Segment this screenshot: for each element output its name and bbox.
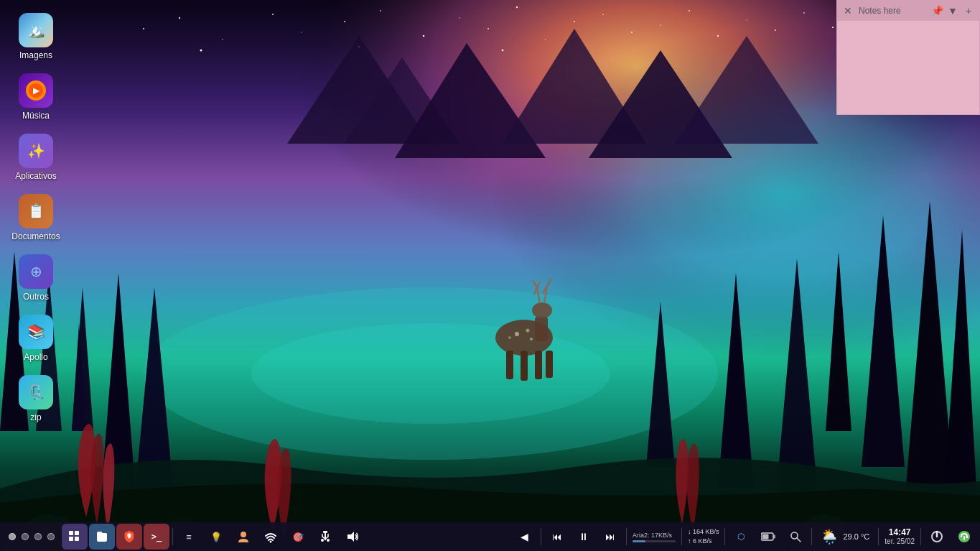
svg-point-5 (222, 39, 223, 40)
taskbar-sep-6 (811, 528, 812, 545)
icon-musica-label: Música (22, 111, 50, 121)
icon-apollo-label: Apollo (24, 352, 47, 362)
taskbar-sep-1 (172, 528, 173, 545)
svg-marker-31 (503, 29, 646, 144)
brave-button[interactable] (116, 524, 142, 550)
icon-aplicativos[interactable]: ✨ Aplicativos (4, 128, 68, 187)
svg-rect-40 (521, 351, 528, 381)
svg-point-45 (530, 338, 533, 341)
clock[interactable]: 14:47 ter. 25/02 (882, 527, 918, 546)
aria2-label: Aria2: 17KB/s (633, 531, 676, 541)
svg-point-17 (631, 32, 633, 33)
sticky-note-controls: 📌 ▼ + (930, 4, 975, 17)
svg-point-52 (270, 541, 272, 543)
svg-point-22 (775, 29, 776, 31)
usb-button[interactable] (312, 524, 338, 550)
music-prev-button[interactable]: ⏮ (544, 524, 570, 550)
taskbar: >_ ≡ 💡 🎯 (0, 522, 980, 551)
svg-point-27 (502, 50, 504, 52)
aria2-progress-bar (633, 540, 676, 542)
taskbar-sep-7 (878, 528, 879, 545)
svg-marker-29 (345, 57, 459, 144)
net-down: ↓ 164 KB/s (688, 527, 719, 537)
svg-point-24 (832, 27, 834, 28)
icon-apollo[interactable]: 📚 Apollo (4, 309, 68, 368)
svg-point-26 (358, 46, 360, 48)
taskbar-sep-4 (681, 528, 682, 545)
music-next-button[interactable]: ⏭ (597, 524, 623, 550)
svg-point-55 (321, 539, 324, 542)
icon-imagens-label: Imagens (19, 50, 52, 60)
user-button[interactable] (230, 524, 256, 550)
svg-rect-41 (535, 351, 542, 379)
svg-point-16 (602, 14, 604, 15)
bluetooth-button[interactable]: ⬡ (728, 524, 754, 550)
terminal-button[interactable]: >_ (144, 524, 169, 550)
icon-zip[interactable]: 🗜️ zip (4, 369, 68, 428)
svg-point-9 (380, 10, 381, 11)
files-button[interactable] (89, 524, 115, 550)
desktop-icons-container: 🏔️ Imagens ▶ Música ✨ Aplicativos 📋 Docu… (0, 7, 72, 430)
wifi-button[interactable] (258, 524, 284, 550)
notes-button[interactable]: ≡ (176, 524, 202, 550)
workspace-dot-4[interactable] (47, 533, 55, 540)
icon-imagens[interactable]: 🏔️ Imagens (4, 7, 68, 66)
icon-musica[interactable]: ▶ Música (4, 68, 68, 126)
battery-button[interactable] (755, 524, 781, 550)
icon-documentos-label: Documentos (11, 231, 60, 241)
svg-point-44 (526, 329, 530, 333)
clipboard-button[interactable]: 🎯 (285, 524, 311, 550)
svg-point-10 (423, 35, 425, 37)
svg-point-19 (689, 10, 690, 11)
icon-zip-label: zip (30, 412, 41, 422)
weather-icon: 🌦️ (821, 528, 839, 545)
svg-rect-48 (75, 531, 79, 535)
taskbar-sep-5 (724, 528, 725, 545)
app-grid-button[interactable] (62, 524, 88, 550)
sticky-add-button[interactable]: + (962, 4, 975, 17)
sticky-collapse-button[interactable]: ▼ (946, 4, 959, 17)
svg-point-51 (241, 532, 246, 537)
svg-point-18 (660, 24, 661, 26)
icon-aplicativos-label: Aplicativos (15, 171, 56, 181)
nav-back-button[interactable]: ◀ (512, 524, 538, 550)
sticky-note-title: Notes here (854, 6, 930, 16)
svg-rect-2 (0, 0, 980, 551)
weather-widget[interactable]: 🌦️ 29.0 °C (815, 528, 875, 545)
sticky-note: ✕ Notes here 📌 ▼ + (836, 0, 980, 115)
update-button[interactable] (951, 524, 977, 550)
icon-outros[interactable]: ⊕ Outros (4, 249, 68, 307)
redshift-button[interactable]: 💡 (203, 524, 229, 550)
svg-rect-39 (506, 351, 513, 379)
svg-point-34 (144, 287, 718, 460)
svg-point-12 (487, 28, 489, 29)
svg-marker-32 (589, 50, 732, 158)
workspace-dot-3[interactable] (34, 533, 42, 540)
svg-rect-0 (0, 0, 980, 551)
svg-marker-30 (395, 43, 546, 158)
svg-rect-1 (0, 0, 980, 551)
svg-rect-59 (774, 535, 776, 539)
clock-date: ter. 25/02 (885, 537, 915, 546)
desktop: 🏔️ Imagens ▶ Música ✨ Aplicativos 📋 Docu… (0, 0, 980, 551)
svg-marker-28 (287, 36, 431, 144)
taskbar-sep-3 (626, 528, 627, 545)
volume-button[interactable] (340, 524, 365, 550)
sticky-pin-button[interactable]: 📌 (930, 4, 943, 17)
svg-rect-49 (69, 537, 73, 541)
sticky-note-content[interactable] (837, 21, 979, 114)
search-button[interactable] (783, 524, 808, 550)
svg-point-36 (495, 320, 553, 356)
workspace-dot-1[interactable] (9, 533, 16, 540)
svg-point-35 (251, 323, 610, 424)
taskbar-sep-2 (541, 528, 541, 545)
workspace-dot-2[interactable] (22, 533, 29, 540)
icon-outros-label: Outros (23, 292, 49, 302)
svg-point-25 (200, 50, 202, 52)
weather-temp: 29.0 °C (843, 532, 869, 541)
icon-documentos[interactable]: 📋 Documentos (4, 188, 68, 247)
svg-rect-42 (546, 351, 553, 378)
music-play-button[interactable]: ⏸ (571, 524, 597, 550)
sticky-close-button[interactable]: ✕ (841, 4, 854, 17)
power-button[interactable] (924, 524, 950, 550)
